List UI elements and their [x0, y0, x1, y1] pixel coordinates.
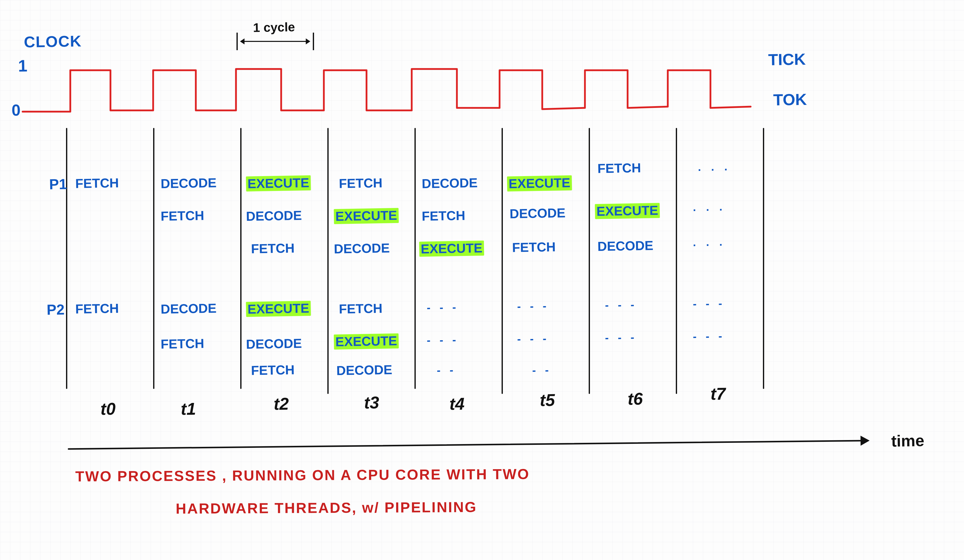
p2r3-t4: - -	[437, 364, 456, 377]
p2r2-t2: DECODE	[246, 336, 302, 352]
vline-5	[502, 128, 503, 394]
tick-t2: t2	[274, 394, 289, 414]
p1r1-t7: . . .	[698, 160, 731, 174]
p1r2-t5: DECODE	[510, 205, 565, 221]
time-axis-label: time	[891, 431, 924, 450]
p2r1-t7: - - -	[693, 297, 725, 310]
caption-line-2: HARDWARE THREADS, w/ PIPELINING	[176, 498, 477, 517]
p1r3-t7: . . .	[693, 235, 726, 248]
vline-6	[589, 128, 590, 394]
tick-t1: t1	[181, 399, 196, 419]
p1r3-t2: FETCH	[251, 240, 295, 256]
p1r3-t3: DECODE	[334, 240, 389, 256]
p2r1-t2: EXECUTE	[246, 300, 311, 317]
p1r2-t1: FETCH	[160, 208, 204, 224]
p2r2-t1: FETCH	[160, 336, 204, 352]
p2r1-t5: - - -	[517, 300, 550, 313]
p2r2-t4: - - -	[427, 333, 459, 346]
p1r3-t4: EXECUTE	[419, 240, 484, 256]
p1-label: P1	[49, 175, 67, 192]
clock-waveform	[0, 0, 964, 151]
p2r1-t6: - - -	[605, 298, 637, 312]
tick-t4: t4	[449, 394, 465, 414]
p1r3-t5: FETCH	[512, 239, 555, 255]
tick-t0: t0	[100, 399, 116, 419]
vline-2	[240, 128, 241, 389]
p2r3-t5: - -	[532, 364, 552, 377]
vline-7	[676, 128, 677, 394]
p1r2-t7: . . .	[693, 200, 726, 214]
tick-t5: t5	[539, 390, 555, 410]
tick-t3: t3	[364, 393, 379, 412]
p1r1-t3: FETCH	[339, 175, 382, 191]
vline-0	[66, 128, 67, 389]
p2r1-t3: FETCH	[339, 300, 382, 317]
p2r2-t3: EXECUTE	[334, 333, 399, 349]
vline-8	[763, 128, 764, 389]
p1r1-t6: FETCH	[597, 160, 641, 176]
p2r3-t2: FETCH	[251, 362, 295, 378]
tick-label: TICK	[768, 50, 806, 69]
p1r1-t1: DECODE	[160, 175, 217, 191]
p1r1-t4: DECODE	[422, 175, 477, 191]
p2r1-t0: FETCH	[75, 300, 119, 317]
vline-4	[414, 128, 416, 389]
tick-t6: t6	[627, 389, 643, 409]
p2-label: P2	[46, 301, 65, 318]
p1r2-t3: EXECUTE	[334, 208, 399, 224]
p2r1-t1: DECODE	[160, 300, 217, 317]
p2r2-t7: - - -	[693, 330, 725, 343]
p1r2-t2: DECODE	[246, 208, 302, 224]
vline-3	[327, 128, 329, 394]
time-axis	[68, 440, 861, 450]
p2r2-t5: - - -	[517, 332, 550, 345]
p1r3-t6: DECODE	[597, 238, 653, 254]
p1r1-t2: EXECUTE	[246, 175, 311, 191]
p1r1-t5: EXECUTE	[507, 175, 572, 191]
p2r2-t6: - - -	[605, 331, 637, 344]
tok-label: TOK	[773, 90, 807, 109]
diagram-canvas: CLOCK 1 0 1 cycle TICK TOK P1 FETCH DECO…	[0, 0, 964, 560]
p2r3-t3: DECODE	[336, 362, 392, 378]
vline-1	[153, 128, 155, 389]
p2r1-t4: - - -	[427, 301, 459, 314]
p1r2-t4: FETCH	[422, 208, 465, 224]
caption-line-1: TWO PROCESSES , RUNNING ON A CPU CORE WI…	[75, 466, 530, 484]
p1r1-t0: FETCH	[75, 175, 119, 191]
p1r2-t6: EXECUTE	[595, 203, 660, 219]
tick-t7: t7	[710, 384, 726, 403]
